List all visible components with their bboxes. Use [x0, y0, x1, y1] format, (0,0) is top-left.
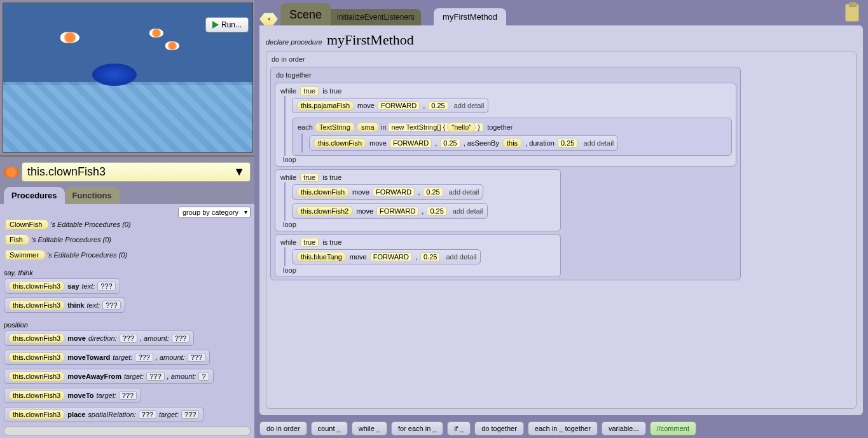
editor-tabs: Scene initializeEventListeners myFirstMe…: [254, 0, 868, 25]
play-icon: [212, 21, 219, 29]
category-say-think: say, think: [4, 269, 251, 277]
tile-count[interactable]: count _: [311, 421, 348, 435]
tile-movetoward[interactable]: this.clownFish3moveTowardtarget:???, amo…: [4, 350, 210, 365]
tile-do-together[interactable]: do together: [474, 421, 524, 435]
block-while-1[interactable]: while true is true this.pajamaFishmoveFO…: [275, 83, 736, 167]
tile-place[interactable]: this.clownFish3placespatialRelation:???t…: [4, 407, 203, 422]
init-listeners-tab[interactable]: initializeEventListeners: [331, 9, 421, 25]
tile-do-in-order[interactable]: do in order: [259, 421, 307, 435]
control-tile-tray: do in order count _ while _ for each in …: [254, 419, 868, 438]
tile-foreach[interactable]: for each in _: [391, 421, 444, 435]
tile-comment[interactable]: //comment: [650, 421, 696, 435]
code-editor: declare procedure myFirstMethod do in or…: [259, 25, 863, 415]
run-button[interactable]: Run...: [205, 17, 249, 32]
tab-procedures[interactable]: Procedures: [4, 187, 65, 204]
tile-moveto[interactable]: this.clownFish3moveTotarget:???: [4, 388, 141, 403]
stmt-pajamafish-move[interactable]: this.pajamaFishmoveFORWARD, 0.25add deta…: [292, 98, 488, 113]
block-each-textstring[interactable]: each TextString sma in new TextString[] …: [292, 118, 732, 156]
tile-think[interactable]: this.clownFish3thinktext:???: [4, 298, 125, 313]
tile-each-together[interactable]: each in _ together: [528, 421, 598, 435]
block-while-2[interactable]: while true is true this.clownFishmoveFOR…: [275, 169, 561, 231]
myfirstmethod-tab[interactable]: myFirstMethod: [434, 8, 506, 25]
pajama-fish-sprite: [60, 32, 79, 43]
blue-tang-sprite: [92, 64, 137, 86]
h-scrollbar[interactable]: [4, 427, 251, 435]
stmt-bluetang-move[interactable]: this.blueTangmoveFORWARD, 0.25add detail: [292, 249, 481, 264]
tile-moveawayfrom[interactable]: this.clownFish3moveAwayFromtarget:???, a…: [4, 369, 214, 384]
tab-functions[interactable]: Functions: [65, 187, 120, 204]
procedures-panel: group by category ClownFish's Editable P…: [0, 204, 254, 438]
group-by-select[interactable]: group by category: [178, 207, 251, 218]
clown-fish2-sprite: [165, 41, 179, 50]
scene-preview: Run... Setup Scene: [3, 3, 253, 153]
tile-if[interactable]: if _: [447, 421, 471, 435]
block-while-3[interactable]: while true is true this.blueTangmoveFORW…: [275, 234, 561, 277]
scene-tab[interactable]: Scene: [280, 3, 331, 25]
clownfish-icon: [4, 167, 19, 178]
stmt-clownfish-move-each[interactable]: this.clownFishmoveFORWARD, 0.25, asSeenB…: [309, 135, 618, 151]
class-tag-clownfish[interactable]: ClownFish: [5, 219, 49, 229]
class-tag-fish[interactable]: Fish: [5, 235, 30, 245]
clipboard-icon[interactable]: [845, 4, 859, 22]
clown-fish-sprite: [149, 29, 163, 38]
class-selector-hex[interactable]: [259, 13, 278, 25]
method-name: myFirstMethod: [327, 32, 414, 48]
tile-say[interactable]: this.clownFish3saytext:???: [4, 278, 120, 294]
block-do-in-order[interactable]: do in order do together while true is tr…: [266, 51, 857, 409]
tile-move[interactable]: this.clownFish3movedirection:???, amount…: [4, 331, 194, 346]
stmt-clownfish2-move[interactable]: this.clownFish2moveFORWARD, 0.25add deta…: [292, 203, 488, 219]
class-tag-swimmer[interactable]: Swimmer: [5, 250, 46, 260]
tile-variable[interactable]: variable...: [602, 421, 646, 435]
block-do-together[interactable]: do together while true is true this.paja…: [270, 67, 741, 280]
category-position: position: [4, 321, 251, 329]
tile-while[interactable]: while _: [352, 421, 387, 435]
stmt-clownfish-move[interactable]: this.clownFishmoveFORWARD, 0.25add detai…: [292, 184, 483, 200]
